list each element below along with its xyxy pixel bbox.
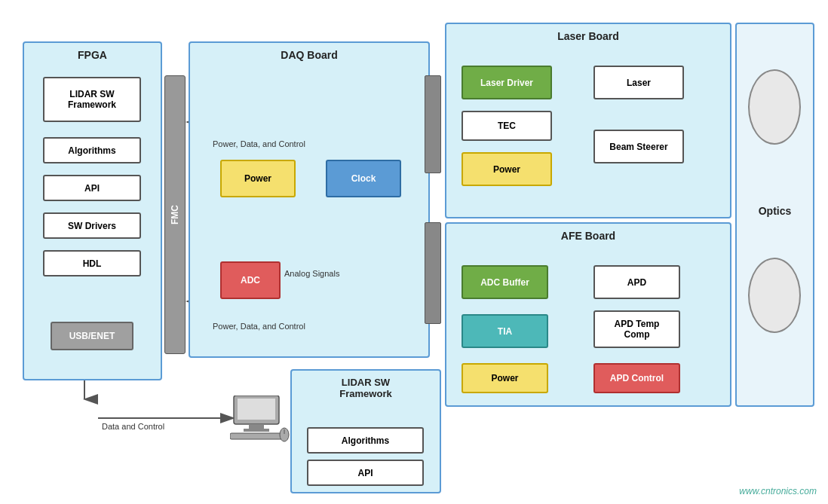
optic-bottom (748, 258, 801, 333)
tia: TIA (462, 314, 548, 348)
daq-board: DAQ Board Power Clock ADC Power, Data, a… (189, 41, 430, 358)
lidar-sw-framework-fpga: LIDAR SW Framework (43, 77, 141, 122)
watermark: www.cntronics.com (739, 486, 817, 496)
apd: APD (593, 265, 680, 299)
data-and-control-label: Data and Control (102, 422, 164, 431)
adc-buffer: ADC Buffer (462, 265, 548, 299)
afe-label: AFE Board (561, 230, 615, 242)
bottom-lidar-board: LIDAR SW Framework Algorithms API (290, 369, 441, 493)
fpga-label: FPGA (78, 49, 107, 61)
optics-label: Optics (759, 205, 792, 217)
connector-top (425, 75, 441, 173)
sw-drivers-fpga: SW Drivers (43, 212, 141, 239)
bottom-framework-label: LIDAR SW Framework (339, 377, 391, 399)
laser-driver: Laser Driver (462, 66, 552, 99)
svg-rect-16 (230, 433, 283, 439)
optics-board: Optics (735, 23, 814, 407)
laser-board: Laser Board Laser Driver TEC Power Laser… (445, 23, 731, 218)
computer-icon (230, 396, 283, 441)
fmc-label: FMC (170, 205, 180, 225)
analog-signals-label: Analog Signals (284, 269, 339, 278)
power-data-control-top-label: Power, Data, and Control (213, 139, 305, 148)
power-data-control-bottom-label: Power, Data, and Control (213, 322, 305, 331)
adc-daq: ADC (220, 261, 281, 299)
apd-temp-comp: APD Temp Comp (593, 310, 680, 348)
usb-enet: USB/ENET (51, 322, 133, 350)
mouse-svg (279, 427, 290, 442)
diagram: FPGA LIDAR SW Framework Algorithms API S… (0, 0, 828, 504)
daq-label: DAQ Board (281, 49, 337, 61)
svg-rect-15 (244, 429, 269, 432)
beam-steerer: Beam Steerer (593, 130, 684, 163)
api-bottom: API (307, 460, 424, 486)
connector-bottom (425, 222, 441, 324)
svg-rect-13 (238, 399, 275, 420)
power-laser: Power (462, 152, 552, 186)
fmc-bar: FMC (164, 75, 186, 354)
tec: TEC (462, 111, 552, 141)
power-afe: Power (462, 363, 548, 393)
laser-label: Laser Board (557, 30, 619, 42)
svg-rect-14 (249, 424, 264, 429)
apd-control: APD Control (593, 363, 680, 393)
laser-box: Laser (593, 66, 684, 99)
afe-board: AFE Board ADC Buffer APD TIA APD Temp Co… (445, 222, 731, 407)
computer-svg (230, 396, 283, 441)
hdl-fpga: HDL (43, 250, 141, 276)
api-fpga: API (43, 175, 141, 201)
clock-daq: Clock (326, 160, 401, 197)
power-daq: Power (220, 160, 296, 197)
algorithms-fpga: Algorithms (43, 137, 141, 163)
fpga-board: FPGA LIDAR SW Framework Algorithms API S… (23, 41, 162, 380)
algorithms-bottom: Algorithms (307, 427, 424, 454)
optic-top (748, 69, 801, 145)
